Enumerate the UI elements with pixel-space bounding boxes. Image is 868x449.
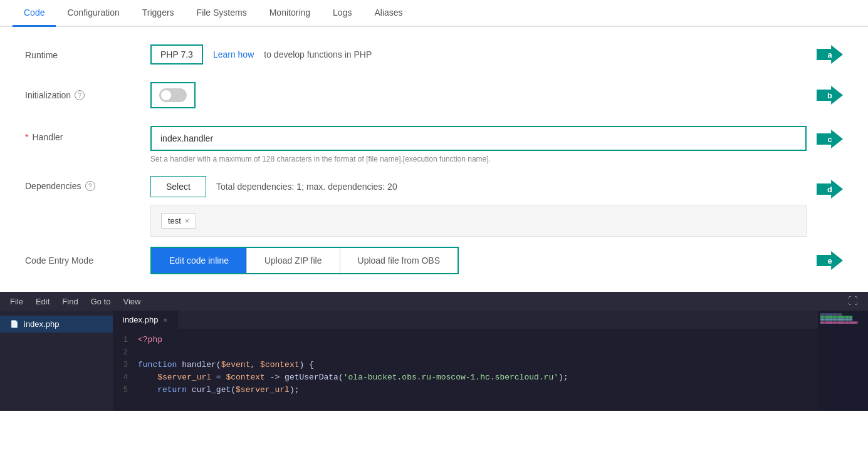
select-button[interactable]: Select <box>150 176 206 197</box>
editor-tab-close[interactable]: × <box>163 316 167 324</box>
editor-minimap: ████████████████ ███████████████████████… <box>818 311 868 411</box>
menu-view[interactable]: View <box>123 297 140 306</box>
code-line-5: 5 return curl_get($server_url); <box>113 385 818 398</box>
initialization-toggle[interactable] <box>159 88 187 102</box>
deps-info: Total dependencies: 1; max. dependencies… <box>216 182 397 192</box>
dependencies-label: Dependencies ? <box>25 176 150 191</box>
expand-icon[interactable]: ⛶ <box>848 296 858 307</box>
mode-inline-button[interactable]: Edit code inline <box>152 248 247 273</box>
editor-menubar: File Edit Find Go to View ⛶ <box>0 292 868 311</box>
line-code-4: $server_url = $context -> getUserData('o… <box>138 373 818 385</box>
code-entry-row: Code Entry Mode Edit code inline Upload … <box>25 247 843 274</box>
runtime-link-rest: to develop functions in PHP <box>264 49 372 59</box>
handler-control: Set a handler with a maximum of 128 char… <box>150 126 807 163</box>
dependencies-badge: d <box>817 180 843 199</box>
handler-label: * Handler <box>25 126 150 142</box>
initialization-row: Initialization ? b <box>25 82 843 108</box>
dep-tag-label: test <box>168 216 181 225</box>
editor-tab-bar: index.php × <box>113 311 818 329</box>
editor-area: File Edit Find Go to View ⛶ 📄 index.php … <box>0 292 868 411</box>
handler-required-star: * <box>25 132 28 142</box>
menu-file[interactable]: File <box>10 297 23 306</box>
initialization-label: Initialization ? <box>25 90 150 100</box>
line-num-2: 2 <box>113 348 138 360</box>
dep-tag-test: test × <box>161 213 196 229</box>
runtime-row: Runtime PHP 7.3 Learn how to develop fun… <box>25 44 843 65</box>
editor-sidebar: 📄 index.php <box>0 311 113 411</box>
tab-aliases[interactable]: Aliases <box>363 0 414 27</box>
initialization-control <box>150 82 807 108</box>
editor-file-item[interactable]: 📄 index.php <box>0 316 113 333</box>
learn-how-link[interactable]: Learn how <box>213 49 254 59</box>
runtime-badge: a <box>817 45 843 64</box>
init-label-text: Initialization <box>25 90 71 100</box>
mode-obs-button[interactable]: Upload file from OBS <box>340 248 458 273</box>
code-line-1: 1 <?php <box>113 335 818 348</box>
menu-goto[interactable]: Go to <box>91 297 111 306</box>
code-line-4: 4 $server_url = $context -> getUserData(… <box>113 373 818 385</box>
handler-label-text: Handler <box>32 132 63 142</box>
file-icon: 📄 <box>10 320 19 328</box>
deps-label-text: Dependencies <box>25 181 81 191</box>
line-code-1: <?php <box>138 335 818 348</box>
main-content: Runtime PHP 7.3 Learn how to develop fun… <box>0 27 868 292</box>
editor-main: index.php × 1 <?php 2 3 fu <box>113 311 818 411</box>
code-area: 1 <?php 2 3 function handler($event, $co… <box>113 329 818 404</box>
runtime-value-box: PHP 7.3 <box>150 44 203 65</box>
line-num-3: 3 <box>113 360 138 373</box>
init-help-icon[interactable]: ? <box>75 90 85 100</box>
tab-filesystems[interactable]: File Systems <box>186 0 258 27</box>
line-num-1: 1 <box>113 335 138 348</box>
tab-monitoring[interactable]: Monitoring <box>258 0 322 27</box>
line-num-4: 4 <box>113 373 138 385</box>
handler-row: * Handler Set a handler with a maximum o… <box>25 126 843 163</box>
code-line-2: 2 <box>113 348 818 360</box>
handler-badge: c <box>817 130 843 148</box>
menu-find[interactable]: Find <box>62 297 78 306</box>
tab-configuration[interactable]: Configuration <box>56 0 130 27</box>
deps-help-icon[interactable]: ? <box>85 181 95 191</box>
editor-tab-label: index.php <box>123 315 158 324</box>
dependencies-row: Dependencies ? Select Total dependencies… <box>25 176 843 237</box>
tab-code[interactable]: Code <box>13 0 56 27</box>
handler-hint: Set a handler with a maximum of 128 char… <box>150 155 807 163</box>
tab-logs[interactable]: Logs <box>322 0 363 27</box>
editor-body: 📄 index.php index.php × 1 <?php <box>0 311 868 411</box>
line-code-2 <box>138 348 818 360</box>
editor-filename: index.php <box>24 319 59 329</box>
menu-edit[interactable]: Edit <box>36 297 50 306</box>
code-entry-label: Code Entry Mode <box>25 255 150 266</box>
tab-triggers[interactable]: Triggers <box>131 0 186 27</box>
dep-tag-close[interactable]: × <box>185 217 189 225</box>
dependencies-control: Select Total dependencies: 1; max. depen… <box>150 176 807 237</box>
deps-tags-area: test × <box>150 205 807 237</box>
mode-zip-button[interactable]: Upload ZIP file <box>247 248 340 273</box>
runtime-control: PHP 7.3 Learn how to develop functions i… <box>150 44 807 65</box>
code-entry-control: Edit code inline Upload ZIP file Upload … <box>150 247 807 274</box>
line-code-3: function handler($event, $context) { <box>138 360 818 373</box>
code-line-3: 3 function handler($event, $context) { <box>113 360 818 373</box>
initialization-badge: b <box>817 86 843 105</box>
runtime-label: Runtime <box>25 49 150 60</box>
handler-input[interactable] <box>152 127 805 150</box>
line-num-5: 5 <box>113 385 138 398</box>
code-entry-badge: e <box>817 251 843 270</box>
editor-tab-indexphp[interactable]: index.php × <box>113 311 178 329</box>
tab-bar: Code Configuration Triggers File Systems… <box>0 0 868 27</box>
line-code-5: return curl_get($server_url); <box>138 385 818 398</box>
